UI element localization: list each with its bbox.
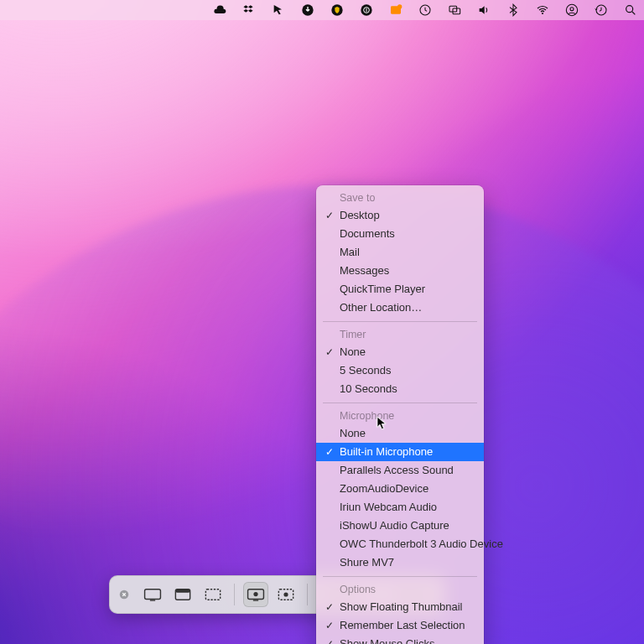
clock-icon[interactable] xyxy=(418,3,432,18)
svg-point-14 xyxy=(626,6,632,13)
menu-item[interactable]: iShowU Audio Capture xyxy=(316,517,484,535)
menu-divider xyxy=(323,576,477,577)
arrow-select-icon[interactable] xyxy=(271,3,285,18)
toolbar-separator xyxy=(307,584,308,605)
menu-item[interactable]: Parallels Access Sound xyxy=(316,461,484,480)
cloud-icon[interactable] xyxy=(212,3,226,18)
capture-entire-screen-button[interactable] xyxy=(140,582,165,607)
svg-point-12 xyxy=(570,8,574,11)
menu-section-label: Timer xyxy=(316,326,484,343)
menu-section-label: Microphone xyxy=(316,408,484,424)
svg-point-10 xyxy=(541,13,543,14)
menu-divider xyxy=(323,321,477,322)
menu-item[interactable]: Built-in Microphone xyxy=(316,443,484,461)
screenshot-options-menu: Save toDesktopDocumentsMailMessagesQuick… xyxy=(316,185,484,644)
menu-item[interactable]: Iriun Webcam Audio xyxy=(316,498,484,517)
svg-point-22 xyxy=(253,592,257,596)
menu-item[interactable]: Shure MV7 xyxy=(316,553,484,572)
menu-item[interactable]: ZoomAudioDevice xyxy=(316,480,484,498)
download-icon[interactable] xyxy=(300,3,314,18)
svg-point-6 xyxy=(397,4,402,8)
screens-icon[interactable] xyxy=(447,3,461,18)
menu-item[interactable]: Messages xyxy=(316,262,484,280)
menu-item[interactable]: Desktop xyxy=(316,206,484,225)
user-icon[interactable] xyxy=(564,3,579,18)
menu-divider xyxy=(323,402,477,403)
menu-item[interactable]: None xyxy=(316,343,484,361)
record-entire-screen-button[interactable] xyxy=(243,582,268,607)
shield-icon[interactable] xyxy=(330,3,344,18)
svg-point-11 xyxy=(566,4,577,15)
svg-point-25 xyxy=(283,592,288,596)
menu-item[interactable]: Show Floating Thumbnail xyxy=(316,598,484,616)
time-machine-icon[interactable] xyxy=(594,3,608,18)
menu-item[interactable]: Remember Last Selection xyxy=(316,616,484,635)
menu-item[interactable]: 5 Seconds xyxy=(316,361,484,380)
close-button[interactable] xyxy=(117,587,132,602)
svg-rect-4 xyxy=(366,8,366,12)
sound-icon[interactable] xyxy=(476,3,491,18)
bluetooth-icon[interactable] xyxy=(506,3,520,18)
svg-rect-20 xyxy=(205,589,220,600)
macos-menu-bar xyxy=(0,0,644,20)
menu-section-label: Save to xyxy=(316,190,484,206)
svg-rect-19 xyxy=(175,589,190,593)
wifi-icon[interactable] xyxy=(535,3,549,18)
menu-section-label: Options xyxy=(316,581,484,598)
spotlight-icon[interactable] xyxy=(623,3,637,18)
capture-selection-button[interactable] xyxy=(200,582,226,607)
record-selection-button[interactable] xyxy=(273,582,299,607)
svg-rect-16 xyxy=(145,589,161,600)
notification-badge-icon[interactable] xyxy=(388,3,402,18)
menu-item[interactable]: Show Mouse Clicks xyxy=(316,635,484,644)
menu-item[interactable]: OWC Thunderbolt 3 Audio Device xyxy=(316,535,484,553)
menu-item[interactable]: None xyxy=(316,424,484,443)
1password-icon[interactable] xyxy=(359,3,373,18)
menu-item[interactable]: Other Location… xyxy=(316,299,484,317)
capture-window-button[interactable] xyxy=(170,582,195,607)
menu-item[interactable]: Documents xyxy=(316,225,484,243)
menu-item[interactable]: QuickTime Player xyxy=(316,280,484,299)
menu-item[interactable]: 10 Seconds xyxy=(316,380,484,398)
dropbox-icon[interactable] xyxy=(242,3,256,18)
toolbar-separator xyxy=(234,584,235,605)
menu-item[interactable]: Mail xyxy=(316,243,484,262)
svg-rect-17 xyxy=(150,600,155,600)
svg-rect-23 xyxy=(253,600,258,600)
